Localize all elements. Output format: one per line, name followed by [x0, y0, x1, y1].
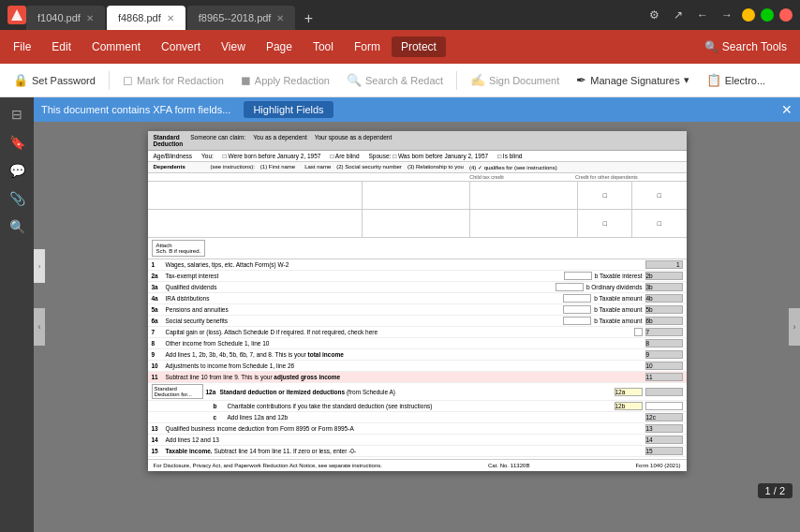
dep2-name: [148, 210, 363, 237]
close-button[interactable]: [779, 8, 793, 22]
back-icon[interactable]: ←: [693, 6, 712, 24]
line-1-num: 1: [152, 261, 163, 268]
toolbar-separator-2: [456, 71, 457, 90]
line-3a-box: [556, 283, 584, 291]
line-2b-box: 2b: [645, 272, 683, 280]
menu-edit[interactable]: Edit: [42, 37, 81, 57]
sidebar-item-search[interactable]: 🔍: [4, 214, 30, 240]
sidebar-item-pages[interactable]: ⊟: [4, 101, 30, 127]
dependents-subheader: Child tax credit Credit for other depend…: [148, 173, 687, 182]
menu-form[interactable]: Form: [345, 37, 390, 57]
line-9-label: Add lines 1, 2b, 3b, 4b, 5b, 6b, 7, and …: [166, 351, 643, 358]
line-11-label: Subtract line 10 from line 9. This is yo…: [166, 374, 643, 380]
notification-text: This document contains XFA form fields..…: [41, 104, 230, 115]
settings-icon[interactable]: ⚙: [644, 6, 663, 24]
search-tools-button[interactable]: 🔍 Search Tools: [695, 37, 796, 57]
search-tools-label: Search Tools: [722, 40, 787, 53]
line-2a-num: 2a: [152, 273, 163, 279]
set-password-button[interactable]: 🔒 Set Password: [6, 69, 103, 91]
menu-file[interactable]: File: [4, 37, 40, 57]
tab-close-icon[interactable]: ✕: [86, 13, 94, 23]
line-4b-label: b Taxable amount: [594, 295, 642, 302]
menu-convert[interactable]: Convert: [152, 37, 210, 57]
dependents-header: Dependents (see instructions): (1) First…: [148, 162, 687, 173]
line-12b-right: [645, 402, 683, 410]
electronic-icon: 📋: [706, 73, 721, 87]
line-8-box: 8: [645, 339, 683, 347]
add-tab-button[interactable]: +: [297, 7, 319, 30]
line-12a-right-box: [645, 388, 683, 396]
cat-no: Cat. No. 11320B: [488, 463, 529, 468]
age-blindness-label: Age/Blindness: [154, 153, 193, 159]
tab-close-icon[interactable]: ✕: [167, 13, 174, 23]
line-2b-label: b Taxable interest: [595, 273, 643, 279]
share-icon[interactable]: ↗: [669, 6, 688, 24]
window-controls: ⚙ ↗ ← →: [644, 6, 793, 24]
line-1-label: Wages, salaries, tips, etc. Attach Form(…: [166, 261, 643, 268]
dep1-ssn: [363, 182, 470, 209]
line-3b-box: 3b: [645, 283, 683, 291]
col3-label: (3) Relationship to you: [407, 164, 464, 170]
electronic-button[interactable]: 📋 Electro...: [699, 69, 773, 91]
highlight-fields-button[interactable]: Highlight Fields: [244, 101, 333, 118]
line-5a-label: Pensions and annuities: [166, 306, 561, 313]
search-redact-button[interactable]: 🔍 Search & Redact: [339, 69, 451, 91]
minimize-button[interactable]: [742, 8, 755, 22]
line-1-box: 1: [645, 260, 683, 269]
maximize-button[interactable]: [761, 8, 774, 22]
line-7-label: Capital gain or (loss). Attach Schedule …: [166, 329, 631, 335]
spouse-blind: □ Is blind: [497, 153, 522, 159]
line-6a-box: [563, 317, 591, 325]
line-6-row: 6a Social security benefits b Taxable am…: [148, 316, 687, 327]
manage-signatures-button[interactable]: ✒ Manage Signatures ▾: [569, 69, 696, 91]
line-1-row: 1 Wages, salaries, tips, etc. Attach For…: [148, 259, 687, 271]
menu-view[interactable]: View: [212, 37, 255, 57]
spacer2: [259, 174, 364, 180]
col1-label: (1) First name Last name: [260, 164, 331, 170]
line-12a-label: Standard deduction or itemized deduction…: [220, 389, 612, 395]
line-12b-label: Charitable contributions if you take the…: [228, 403, 612, 409]
pdf-viewer[interactable]: ‹ StandardDeduction Someone can claim: Y…: [34, 122, 800, 532]
pdf-footer: For Disclosure, Privacy Act, and Paperwo…: [148, 459, 687, 471]
menu-page[interactable]: Page: [257, 37, 302, 57]
right-panel-arrow[interactable]: ›: [789, 308, 800, 346]
tab-f4868[interactable]: f4868.pdf ✕: [107, 6, 185, 30]
dep2-other: □: [632, 210, 686, 237]
apply-redaction-button[interactable]: ◼ Apply Redaction: [233, 69, 337, 91]
manage-signatures-label: Manage Signatures: [590, 75, 679, 86]
checkbox-row: Age/Blindness You: □ Were born before Ja…: [148, 151, 687, 162]
mark-for-redaction-button[interactable]: ◻ Mark for Redaction: [115, 69, 231, 91]
standard-deduction-label: StandardDeduction: [154, 134, 184, 147]
forward-icon[interactable]: →: [718, 6, 736, 24]
dep2-child: □: [578, 210, 632, 237]
tab-close-icon[interactable]: ✕: [276, 13, 284, 23]
sidebar-item-comment[interactable]: 💬: [4, 157, 30, 184]
line-6b-box: 6b: [645, 317, 683, 325]
sign-document-button[interactable]: ✍ Sign Document: [463, 69, 567, 91]
main-content: This document contains XFA form fields..…: [34, 97, 800, 532]
menu-protect[interactable]: Protect: [392, 37, 446, 57]
title-bar: f1040.pdf ✕ f4868.pdf ✕ f8965--2018.pdf …: [0, 0, 800, 30]
sidebar-item-bookmark[interactable]: 🔖: [4, 129, 30, 155]
line-14-box: 14: [645, 436, 683, 444]
line-2a-box: [564, 272, 592, 280]
notification-close-icon[interactable]: ✕: [781, 102, 793, 117]
menu-tool[interactable]: Tool: [304, 37, 343, 57]
collapse-left-arrow[interactable]: ›: [34, 249, 45, 283]
redaction-mark-icon: ◻: [123, 73, 133, 87]
line-3a-num: 3a: [152, 284, 163, 290]
dep1-other: □: [632, 182, 686, 209]
dep2-ssn: [363, 210, 470, 237]
tab-f8965[interactable]: f8965--2018.pdf ✕: [187, 6, 296, 30]
sidebar-item-attachment[interactable]: 📎: [4, 185, 30, 212]
line-4a-box: [563, 294, 591, 303]
line-7-row: 7 Capital gain or (loss). Attach Schedul…: [148, 327, 687, 338]
line-12a-num: 12a: [206, 389, 217, 395]
tab-f1040[interactable]: f1040.pdf ✕: [26, 6, 105, 30]
line-14-row: 14 Add lines 12 and 13 14: [148, 435, 687, 446]
col2-label: (2) Social security number: [336, 164, 402, 170]
menu-comment[interactable]: Comment: [82, 37, 150, 57]
line-14-label: Add lines 12 and 13: [166, 436, 643, 443]
disclosure-text: For Disclosure, Privacy Act, and Paperwo…: [154, 463, 382, 468]
left-panel-arrow[interactable]: ‹: [34, 308, 45, 346]
